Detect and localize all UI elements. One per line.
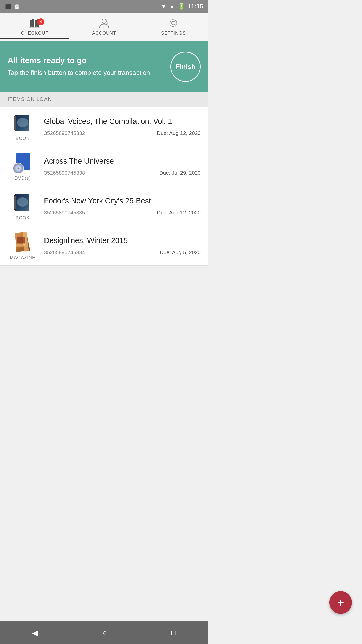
account-icon <box>99 18 110 29</box>
item-type-3: BOOK <box>16 215 30 221</box>
list-item: BOOK Global Voices, The Compilation: Vol… <box>0 107 208 146</box>
items-on-loan-header: ITEMS ON LOAN <box>0 92 208 107</box>
banner: All items ready to go Tap the finish but… <box>0 42 208 92</box>
svg-point-12 <box>17 118 28 127</box>
banner-text: All items ready to go Tap the finish but… <box>8 56 150 77</box>
item-title-3: Fodor's New York City's 25 Best <box>44 196 201 205</box>
finish-button[interactable]: Finish <box>170 52 201 82</box>
item-due-3: Due: Aug 12, 2020 <box>157 210 201 216</box>
bottom-space <box>0 266 208 316</box>
svg-rect-2 <box>35 20 37 27</box>
item-due-1: Due: Aug 12, 2020 <box>157 130 201 136</box>
item-barcode-2: 35265890745338 <box>44 170 85 176</box>
sd-icon: 📋 <box>14 3 20 9</box>
item-meta-2: 35265890745338 Due: Jul 29, 2020 <box>44 170 201 176</box>
svg-rect-30 <box>16 244 26 246</box>
settings-icon <box>168 18 179 29</box>
item-barcode-1: 35265890745332 <box>44 130 85 136</box>
item-media-book1: BOOK <box>8 112 38 141</box>
item-barcode-3: 35265890745335 <box>44 210 85 216</box>
svg-rect-14 <box>14 116 16 130</box>
settings-label: SETTINGS <box>161 31 186 36</box>
svg-rect-0 <box>30 20 32 27</box>
svg-point-9 <box>170 20 177 27</box>
item-details-1: Global Voices, The Compilation: Vol. 1 3… <box>44 117 201 136</box>
item-media-book2: BOOK <box>8 191 38 221</box>
item-meta-4: 35265890745334 Due: Aug 5, 2020 <box>44 249 201 255</box>
sim-icon: ⬛ <box>5 3 11 9</box>
svg-point-20 <box>18 168 19 169</box>
item-type-2: DVD(s) <box>15 176 31 181</box>
item-details-3: Fodor's New York City's 25 Best 35265890… <box>44 196 201 216</box>
item-list: BOOK Global Voices, The Compilation: Vol… <box>0 107 208 266</box>
item-media-dvd: DVD(s) <box>8 151 38 181</box>
list-item: DVD(s) Across The Universe 3526589074533… <box>0 146 208 186</box>
svg-point-5 <box>102 19 106 23</box>
item-barcode-4: 35265890745334 <box>44 249 85 255</box>
tab-settings[interactable]: SETTINGS <box>139 15 208 38</box>
checkout-label: CHECKOUT <box>21 31 48 36</box>
checkout-icon-wrap: 4 <box>29 18 41 29</box>
battery-icon: 🔋 <box>178 3 185 10</box>
item-due-2: Due: Jul 29, 2020 <box>159 170 201 176</box>
item-details-2: Across The Universe 35265890745338 Due: … <box>44 157 201 176</box>
status-bar: ⬛ 📋 ▼ ▲ 🔋 11:15 <box>0 0 208 13</box>
item-meta-1: 35265890745332 Due: Aug 12, 2020 <box>44 130 201 136</box>
svg-point-8 <box>172 21 175 25</box>
wifi-icon: ▼ <box>161 3 167 10</box>
book-icon-2 <box>10 191 35 214</box>
account-label: ACCOUNT <box>92 31 116 36</box>
item-title-4: Designlines, Winter 2015 <box>44 236 201 245</box>
item-type-4: MAGAZINE <box>10 255 35 260</box>
list-item: MAGAZINE Designlines, Winter 2015 352658… <box>0 226 208 266</box>
tab-checkout[interactable]: 4 CHECKOUT <box>0 15 69 39</box>
clock: 11:15 <box>188 3 203 10</box>
signal-icon: ▲ <box>169 3 175 10</box>
svg-rect-31 <box>16 246 23 247</box>
item-title-1: Global Voices, The Compilation: Vol. 1 <box>44 117 201 126</box>
item-title-2: Across The Universe <box>44 157 201 165</box>
svg-rect-25 <box>14 196 16 209</box>
svg-rect-29 <box>17 237 25 243</box>
status-left-icons: ⬛ 📋 <box>5 3 20 9</box>
tab-bar: 4 CHECKOUT ACCOUNT SETTINGS <box>0 13 208 42</box>
checkout-badge: 4 <box>37 18 44 25</box>
banner-subtitle: Tap the finish button to complete your t… <box>8 68 150 77</box>
item-meta-3: 35265890745335 Due: Aug 12, 2020 <box>44 210 201 216</box>
item-media-magazine: MAGAZINE <box>8 231 38 260</box>
magazine-icon <box>10 231 35 254</box>
banner-title: All items ready to go <box>8 56 150 65</box>
svg-point-23 <box>17 197 28 207</box>
list-item: BOOK Fodor's New York City's 25 Best 352… <box>0 186 208 226</box>
item-type-1: BOOK <box>16 136 30 141</box>
item-details-4: Designlines, Winter 2015 35265890745334 … <box>44 236 201 255</box>
dvd-icon <box>10 151 35 174</box>
book-icon-1 <box>10 112 35 134</box>
svg-rect-1 <box>32 19 34 27</box>
tab-account[interactable]: ACCOUNT <box>69 15 139 38</box>
status-right-icons: ▼ ▲ 🔋 11:15 <box>161 3 203 10</box>
item-due-4: Due: Aug 5, 2020 <box>160 249 201 255</box>
